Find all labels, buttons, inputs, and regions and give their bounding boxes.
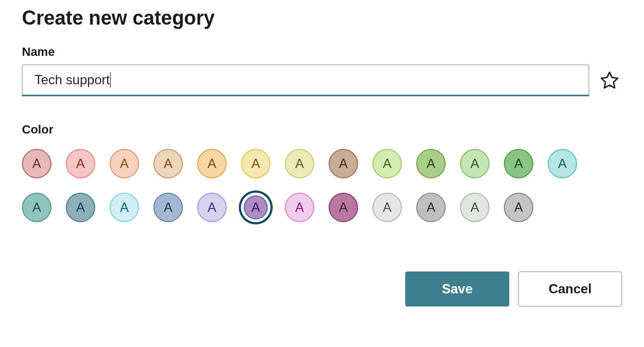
name-input[interactable]: Tech support [22, 65, 589, 96]
color-swatch-20[interactable]: A [329, 193, 358, 222]
color-swatch-letter: A [329, 193, 358, 222]
color-swatch-letter: A [241, 149, 271, 178]
color-swatch-18[interactable]: A [241, 193, 271, 222]
color-swatch-2[interactable]: A [110, 149, 139, 178]
save-button[interactable]: Save [405, 271, 509, 306]
color-swatch-letter: A [460, 149, 490, 178]
color-swatch-letter: A [372, 193, 402, 222]
color-swatch-letter: A [504, 193, 533, 222]
color-label: Color [22, 123, 622, 137]
color-swatch-10[interactable]: A [460, 149, 490, 178]
color-swatch-4[interactable]: A [197, 149, 227, 178]
star-icon [599, 70, 620, 91]
color-swatch-letter: A [22, 149, 51, 178]
color-swatch-17[interactable]: A [197, 193, 227, 222]
color-swatch-3[interactable]: A [153, 149, 183, 178]
color-swatch-24[interactable]: A [504, 193, 533, 222]
color-swatch-9[interactable]: A [416, 149, 446, 178]
color-swatch-letter: A [22, 193, 51, 222]
color-swatch-letter: A [110, 193, 139, 222]
color-swatch-letter: A [460, 193, 490, 222]
color-swatch-letter: A [504, 149, 533, 178]
name-input-value: Tech support [34, 72, 110, 88]
color-swatch-1[interactable]: A [66, 149, 95, 178]
color-swatch-letter: A [153, 149, 183, 178]
color-swatch-7[interactable]: A [329, 149, 358, 178]
name-row: Tech support [22, 65, 622, 96]
color-swatch-19[interactable]: A [285, 193, 314, 222]
color-swatch-14[interactable]: A [66, 193, 95, 222]
color-swatch-letter: A [329, 149, 358, 178]
color-swatch-13[interactable]: A [22, 193, 51, 222]
color-swatch-16[interactable]: A [153, 193, 183, 222]
color-swatch-letter: A [285, 149, 314, 178]
color-swatch-letter: A [153, 193, 183, 222]
dialog-actions: Save Cancel [22, 271, 622, 306]
color-swatch-11[interactable]: A [504, 149, 533, 178]
color-swatch-12[interactable]: A [548, 149, 577, 178]
color-swatch-21[interactable]: A [372, 193, 402, 222]
color-swatch-letter: A [372, 149, 402, 178]
color-swatch-15[interactable]: A [110, 193, 139, 222]
color-swatch-letter: A [197, 193, 227, 222]
color-swatch-5[interactable]: A [241, 149, 271, 178]
text-cursor [110, 72, 111, 88]
dialog-title: Create new category [22, 7, 622, 30]
color-swatch-22[interactable]: A [416, 193, 446, 222]
color-grid: AAAAAAAAAAAAAAAAAAAAAAAAA [22, 149, 602, 222]
color-swatch-letter: A [416, 193, 446, 222]
color-swatch-6[interactable]: A [285, 149, 314, 178]
color-swatch-letter: A [244, 195, 268, 219]
favorite-toggle[interactable] [597, 68, 622, 93]
color-swatch-letter: A [416, 149, 446, 178]
color-swatch-8[interactable]: A [372, 149, 402, 178]
color-swatch-0[interactable]: A [22, 149, 51, 178]
color-section: Color AAAAAAAAAAAAAAAAAAAAAAAAA [22, 123, 622, 222]
color-swatch-letter: A [110, 149, 139, 178]
color-swatch-letter: A [66, 193, 95, 222]
color-swatch-letter: A [548, 149, 577, 178]
color-swatch-letter: A [197, 149, 227, 178]
name-label: Name [22, 45, 622, 59]
color-swatch-letter: A [285, 193, 314, 222]
color-swatch-letter: A [66, 149, 95, 178]
color-swatch-23[interactable]: A [460, 193, 490, 222]
cancel-button[interactable]: Cancel [518, 271, 622, 306]
